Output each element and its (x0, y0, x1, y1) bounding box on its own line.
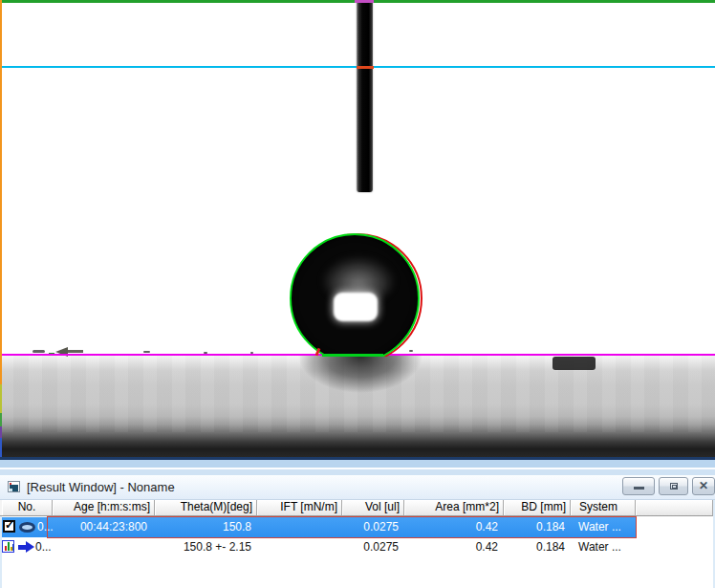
dust-speck (143, 351, 150, 353)
minimize-button[interactable] (622, 477, 655, 495)
needle-marker-red (357, 66, 374, 69)
window-border (0, 460, 715, 468)
contact-line-green (322, 354, 383, 357)
row-checkbox[interactable]: ✓ (3, 520, 15, 533)
cell-bd: 0.184 (504, 517, 569, 537)
arrow-right-icon (18, 541, 34, 554)
cell-theta: 150.8 (155, 517, 255, 537)
cell-system: Water ... (571, 517, 636, 537)
statistics-chart-icon (2, 540, 14, 553)
result-window: [Result Window] - Noname ✕ No. Age [h:m:… (0, 457, 715, 588)
cell-age: 00:44:23:800 (53, 517, 151, 537)
cell-vol: 0.0275 (342, 538, 402, 555)
column-header-no[interactable]: No. (2, 500, 53, 516)
minimize-icon (634, 487, 644, 490)
table-row-selected[interactable]: ✓ 0... 00:44:23:800 150.8 0.0275 0.42 0.… (2, 517, 636, 537)
restore-icon (670, 483, 678, 490)
drop-fitted-circle-green (290, 233, 420, 357)
camera-view (0, 0, 715, 457)
cell-no: 0... (35, 538, 52, 555)
drop-contour-icon (19, 522, 35, 533)
left-scale-green (0, 413, 2, 426)
restore-button[interactable] (659, 477, 688, 495)
app-screen: [Result Window] - Noname ✕ No. Age [h:m:… (0, 0, 715, 588)
checkmark-icon: ✓ (5, 518, 14, 532)
cell-bd: 0.184 (504, 538, 569, 555)
cell-ift (257, 517, 342, 537)
cell-area: 0.42 (404, 517, 502, 537)
column-header-theta[interactable]: Theta(M)[deg] (155, 500, 257, 516)
surface-debris (552, 357, 596, 370)
column-header-age[interactable]: Age [h:m:s:ms] (53, 500, 155, 516)
chart-bar-blue (12, 544, 14, 551)
cell-theta: 150.8 +- 2.15 (155, 538, 255, 555)
chart-bar-red (5, 546, 7, 551)
left-scale-orange (0, 0, 2, 384)
chart-bar-green (8, 542, 10, 551)
baseline-arrow-tail (68, 350, 83, 353)
cell-no: 0... (37, 517, 54, 537)
result-window-titlebar[interactable]: [Result Window] - Noname ✕ (0, 475, 715, 500)
column-header-filler (636, 500, 713, 516)
cell-age (53, 538, 151, 555)
left-scale-yellowgreen (0, 384, 2, 413)
dosing-needle (357, 0, 373, 192)
column-header-system[interactable]: System (571, 500, 636, 516)
cell-vol: 0.0275 (342, 517, 402, 537)
window-title: [Result Window] - Noname (27, 475, 175, 500)
table-row[interactable]: 0... 150.8 +- 2.15 0.0275 0.42 0.184 Wat… (2, 538, 636, 555)
left-scale-blue (0, 438, 2, 457)
column-header-vol[interactable]: Vol [ul] (342, 500, 404, 516)
drop-reflection (296, 356, 424, 403)
cell-area: 0.42 (404, 538, 502, 555)
icon-dot (10, 483, 11, 485)
close-icon: ✕ (693, 479, 714, 492)
dust-speck (32, 350, 45, 353)
drop-specular-highlight (334, 293, 378, 321)
close-button[interactable]: ✕ (692, 477, 715, 495)
icon-corner (10, 489, 12, 491)
column-header-bd[interactable]: BD [mm] (504, 500, 571, 516)
column-header-ift[interactable]: IFT [mN/m] (257, 500, 342, 516)
sessile-drop (289, 231, 424, 357)
result-window-icon (8, 481, 20, 492)
left-scale-purple (0, 426, 2, 438)
column-header-area[interactable]: Area [mm*2] (404, 500, 504, 516)
cell-ift (257, 538, 342, 555)
cell-system: Water ... (571, 538, 636, 555)
needle-marker-magenta (355, 0, 374, 3)
